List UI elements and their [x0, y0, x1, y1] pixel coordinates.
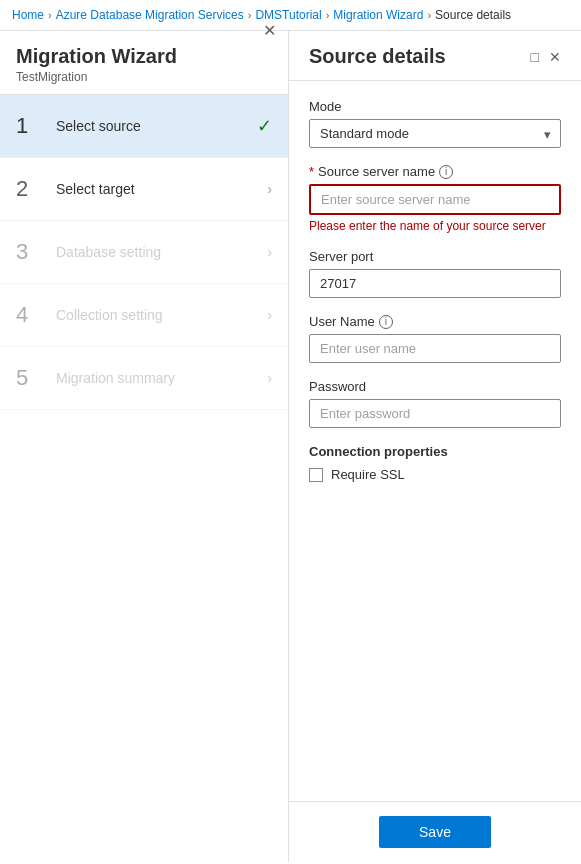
step-4-collection-setting: 4 Collection setting ›: [0, 284, 288, 347]
save-button[interactable]: Save: [379, 816, 491, 848]
required-star: *: [309, 164, 314, 179]
right-header: Source details □ ✕: [289, 31, 581, 81]
server-port-group: Server port: [309, 249, 561, 298]
step-2-chevron-icon: ›: [267, 181, 272, 197]
mode-select[interactable]: Standard modeExpert mode: [309, 119, 561, 148]
connection-props-group: Connection properties Require SSL: [309, 444, 561, 482]
password-input[interactable]: [309, 399, 561, 428]
mode-group: Mode Standard modeExpert mode: [309, 99, 561, 148]
mode-label: Mode: [309, 99, 561, 114]
step-4-chevron-icon: ›: [267, 307, 272, 323]
breadcrumb: Home › Azure Database Migration Services…: [0, 0, 581, 31]
step-1-label: Select source: [56, 118, 257, 134]
source-server-name-label: * Source server name i: [309, 164, 561, 179]
source-details-form: Mode Standard modeExpert mode * Source s…: [289, 81, 581, 801]
left-panel: Migration Wizard TestMigration ✕ 1 Selec…: [0, 31, 289, 862]
server-port-label: Server port: [309, 249, 561, 264]
breadcrumb-sep-4: ›: [427, 9, 431, 21]
right-close-icon[interactable]: ✕: [549, 49, 561, 65]
breadcrumb-migration-wizard[interactable]: Migration Wizard: [333, 8, 423, 22]
breadcrumb-sep-1: ›: [48, 9, 52, 21]
wizard-header: Migration Wizard TestMigration ✕: [0, 31, 288, 95]
step-3-number: 3: [16, 239, 46, 265]
step-2-label: Select target: [56, 181, 267, 197]
username-group: User Name i: [309, 314, 561, 363]
step-3-chevron-icon: ›: [267, 244, 272, 260]
username-input[interactable]: [309, 334, 561, 363]
step-2-select-target[interactable]: 2 Select target ›: [0, 158, 288, 221]
mode-select-wrapper: Standard modeExpert mode: [309, 119, 561, 148]
server-port-input[interactable]: [309, 269, 561, 298]
minimize-icon[interactable]: □: [531, 49, 539, 65]
username-info-icon[interactable]: i: [379, 315, 393, 329]
username-label: User Name i: [309, 314, 561, 329]
breadcrumb-home[interactable]: Home: [12, 8, 44, 22]
breadcrumb-source-details: Source details: [435, 8, 511, 22]
step-1-number: 1: [16, 113, 46, 139]
right-header-icons: □ ✕: [531, 49, 561, 65]
source-server-name-group: * Source server name i Please enter the …: [309, 164, 561, 233]
wizard-subtitle: TestMigration: [16, 70, 177, 84]
right-footer: Save: [289, 801, 581, 862]
breadcrumb-sep-2: ›: [248, 9, 252, 21]
wizard-close-button[interactable]: ✕: [263, 21, 276, 40]
wizard-title: Migration Wizard: [16, 45, 177, 68]
step-3-database-setting: 3 Database setting ›: [0, 221, 288, 284]
step-1-check-icon: ✓: [257, 115, 272, 137]
password-label: Password: [309, 379, 561, 394]
step-4-label: Collection setting: [56, 307, 267, 323]
source-server-info-icon[interactable]: i: [439, 165, 453, 179]
require-ssl-label: Require SSL: [331, 467, 405, 482]
breadcrumb-dmstutorial[interactable]: DMSTutorial: [255, 8, 321, 22]
step-2-number: 2: [16, 176, 46, 202]
source-server-name-error: Please enter the name of your source ser…: [309, 219, 561, 233]
step-4-number: 4: [16, 302, 46, 328]
source-server-name-input[interactable]: [309, 184, 561, 215]
step-5-migration-summary: 5 Migration summary ›: [0, 347, 288, 410]
source-details-title: Source details: [309, 45, 446, 68]
main-container: Migration Wizard TestMigration ✕ 1 Selec…: [0, 31, 581, 862]
step-5-number: 5: [16, 365, 46, 391]
require-ssl-checkbox[interactable]: [309, 468, 323, 482]
require-ssl-row: Require SSL: [309, 467, 561, 482]
right-panel: Source details □ ✕ Mode Standard modeExp…: [289, 31, 581, 862]
step-1-select-source[interactable]: 1 Select source ✓: [0, 95, 288, 158]
step-5-label: Migration summary: [56, 370, 267, 386]
breadcrumb-sep-3: ›: [326, 9, 330, 21]
step-5-chevron-icon: ›: [267, 370, 272, 386]
password-group: Password: [309, 379, 561, 428]
breadcrumb-azure[interactable]: Azure Database Migration Services: [56, 8, 244, 22]
connection-props-label: Connection properties: [309, 444, 561, 459]
step-3-label: Database setting: [56, 244, 267, 260]
